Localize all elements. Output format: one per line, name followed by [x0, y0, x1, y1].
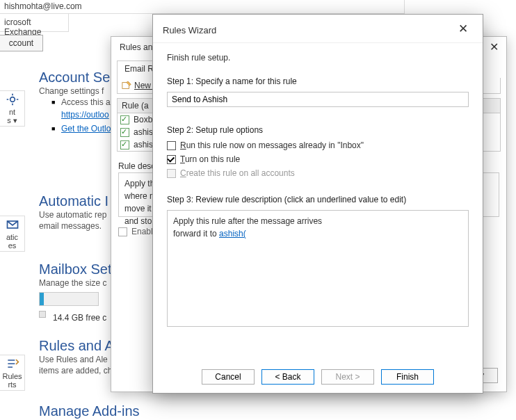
settings-icon [6, 92, 19, 106]
badge-label: rts [8, 380, 16, 389]
mailbox-sub: Manage the size c [39, 278, 106, 288]
sidebar-badge[interactable]: nt s ▾ [0, 90, 25, 127]
outlook-web-link[interactable]: https://outloo [61, 110, 109, 120]
close-icon[interactable]: ✕ [487, 41, 501, 55]
new-rule-icon [122, 81, 131, 90]
account-provider: icrosoft Exchange [0, 14, 69, 32]
section-rules-alerts: Rules and A [39, 338, 114, 354]
forward-recipient-link[interactable]: ashish( [219, 229, 246, 239]
rule-checkbox[interactable] [120, 115, 129, 124]
storage-bar [39, 292, 99, 306]
rule-checkbox[interactable] [120, 140, 129, 150]
badge-label: Rules [2, 372, 22, 380]
section-mailbox: Mailbox Set [39, 261, 112, 277]
option-turn-on[interactable]: Turn on this rule [167, 154, 469, 164]
option-label: Turn on this rule [180, 154, 240, 164]
svg-point-0 [10, 97, 15, 102]
finish-button[interactable]: Finish [381, 369, 434, 385]
next-button: Next > [321, 369, 374, 385]
option-run-now[interactable]: Run this rule now on messages already in… [167, 140, 469, 150]
section-addins: Manage Add-ins [39, 403, 140, 419]
finish-setup-label: Finish rule setup. [167, 53, 469, 63]
step1-label: Step 1: Specify a name for this rule [167, 76, 469, 86]
review-line: forward it to ashish( [173, 227, 462, 240]
rules-wizard-dialog: Rules Wizard ✕ Finish rule setup. Step 1… [152, 14, 483, 394]
storage-legend [39, 311, 46, 318]
rules-icon [6, 357, 19, 371]
checkbox [167, 169, 176, 178]
step2-label: Step 2: Setup rule options [167, 125, 469, 135]
storage-free: 14.4 GB free c [53, 313, 106, 323]
get-outlook-link[interactable]: Get the Outlo [61, 124, 111, 134]
option-label: Run this rule now on messages already in… [180, 140, 364, 150]
close-icon[interactable]: ✕ [453, 22, 473, 38]
wizard-title: Rules Wizard [163, 25, 216, 35]
badge-label: es [8, 241, 17, 250]
sidebar-badge[interactable]: Rules rts [0, 355, 25, 391]
rule-checkbox[interactable] [120, 128, 129, 137]
rule-name-input[interactable] [167, 92, 469, 107]
badge-label: nt [9, 108, 15, 116]
rule-review-box: Apply this rule after the message arrive… [167, 210, 469, 327]
checkbox[interactable] [167, 141, 176, 150]
badge-label: atic [6, 233, 18, 241]
automatic-sub1: Use automatic rep [39, 210, 106, 220]
section-account-settings: Account Se [39, 70, 110, 86]
section-account-sub: Change settings f [39, 86, 104, 96]
automatic-sub2: email messages. [39, 221, 102, 231]
mail-icon [6, 218, 19, 232]
bullet-icon: ■ [51, 125, 55, 132]
option-all-accounts: Create this rule on all accounts [167, 168, 469, 178]
rules-sub1: Use Rules and Ale [39, 355, 108, 364]
checkbox[interactable] [167, 155, 176, 164]
sidebar-badge[interactable]: atic es [0, 216, 25, 252]
bullet-icon: ■ [51, 99, 55, 106]
back-button[interactable]: < Back [261, 369, 314, 385]
enable-checkbox[interactable] [118, 227, 127, 236]
step3-label: Step 3: Review rule description (click a… [167, 195, 469, 204]
account-email: hishmohta@live.com [0, 0, 405, 14]
review-text: forward it to [173, 229, 219, 239]
account-button[interactable]: ccount [0, 35, 43, 51]
access-text: Access this a [61, 97, 111, 107]
cancel-button[interactable]: Cancel [202, 369, 255, 385]
review-line: Apply this rule after the message arrive… [173, 215, 462, 227]
badge-label: s ▾ [7, 116, 17, 125]
option-label: Create this rule on all accounts [180, 168, 295, 178]
section-automatic: Automatic I [39, 193, 108, 209]
